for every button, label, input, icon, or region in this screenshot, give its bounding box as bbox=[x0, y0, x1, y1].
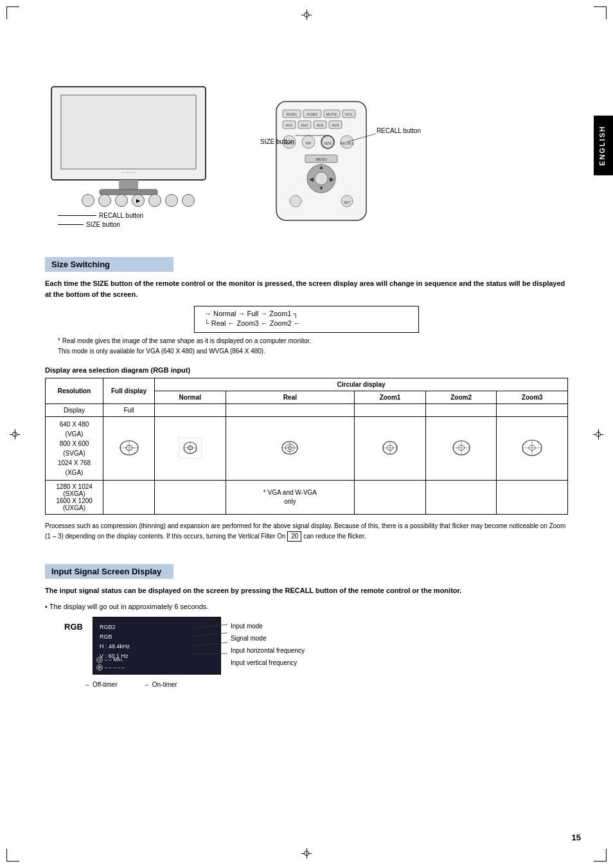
off-timer-icon: ☽ bbox=[96, 657, 103, 663]
monitor-labels: RECALL button SIZE button bbox=[45, 212, 231, 228]
sxga-full bbox=[103, 481, 155, 515]
seq-row-2: └ Real ← Zoom3 ← Zoom2 ← bbox=[204, 319, 399, 327]
reg-mark-left bbox=[10, 429, 20, 439]
screen-line3: H : 48.4kHz bbox=[100, 642, 214, 651]
input-signal-desc: The input signal status can be displayed… bbox=[45, 585, 568, 596]
arr2: → bbox=[238, 310, 245, 317]
rgb-diagram: RGB RGB2 RGB H : 48.4kHz V : 60.1 Hz bbox=[64, 617, 549, 675]
display-area-heading: Display area selection diagram (RGB inpu… bbox=[45, 366, 568, 374]
svg-text:SIZE: SIZE bbox=[324, 141, 332, 145]
svg-text:▶: ▶ bbox=[330, 176, 334, 182]
svg-text:▲: ▲ bbox=[319, 164, 324, 170]
vertical-filter-badge: 20 bbox=[287, 531, 301, 542]
page-number: 15 bbox=[572, 833, 581, 842]
res-vga: 640 X 480(VGA)800 X 600(SVGA)1024 X 768(… bbox=[46, 417, 103, 481]
table-note: Processes such as compression (thinning)… bbox=[45, 521, 568, 542]
reg-mark-top bbox=[301, 10, 312, 20]
table-header-row-1: Resolution Full display Circular display bbox=[46, 378, 568, 391]
col-zoom2: Zoom2 bbox=[425, 391, 497, 404]
recall-label-line: RECALL button bbox=[58, 212, 231, 219]
svg-text:AV4: AV4 bbox=[332, 123, 340, 127]
monitor-btn-1 bbox=[82, 194, 94, 207]
display-label: Display bbox=[46, 404, 103, 417]
monitor-btn-6 bbox=[165, 194, 178, 207]
on-timer-label-row: → On-timer bbox=[143, 681, 177, 688]
arr3: → bbox=[260, 310, 267, 317]
normal-label: Normal bbox=[213, 310, 236, 317]
remote-size-label-text: SIZE button bbox=[260, 138, 294, 145]
monitor-btn-3 bbox=[115, 194, 128, 207]
arrow-off-timer: → bbox=[84, 681, 90, 688]
sxga-zoom1 bbox=[355, 481, 426, 515]
svg-text:SET: SET bbox=[344, 200, 351, 204]
input-bullet: • The display will go out in approximate… bbox=[45, 603, 568, 610]
on-timer-value: – – – – – bbox=[105, 664, 125, 670]
display-real bbox=[226, 404, 355, 417]
svg-text:AV3: AV3 bbox=[317, 123, 324, 127]
zoom3-icon-cell bbox=[497, 417, 568, 481]
size-switching-section: Size Switching Each time the SIZE button… bbox=[45, 247, 568, 357]
rgb-text-label: RGB bbox=[64, 617, 83, 632]
input-signal-section: Input Signal Screen Display The input si… bbox=[45, 554, 568, 688]
arrow-on-timer: → bbox=[143, 681, 150, 688]
display-zoom2 bbox=[425, 404, 497, 417]
svg-text:▼: ▼ bbox=[319, 185, 324, 191]
timer-area: ☽ – – Min. ☀ – – – – – bbox=[96, 657, 125, 671]
full-icon-cell bbox=[103, 417, 155, 481]
screen-line1: RGB2 bbox=[100, 623, 214, 632]
zoom-sequence-diagram: → Normal → Full → Zoom1 ┐ └ Real ← Zoom3… bbox=[45, 306, 568, 333]
full-circle-icon bbox=[116, 435, 142, 461]
display-zoom3 bbox=[497, 404, 568, 417]
svg-rect-1 bbox=[61, 95, 196, 169]
real-icon-cell bbox=[226, 417, 355, 481]
zoom2-icon-cell bbox=[425, 417, 497, 481]
label-h-freq: Input horizontal frequency bbox=[231, 644, 305, 657]
svg-text:RGB2: RGB2 bbox=[307, 112, 318, 116]
zoom2-circle-icon bbox=[449, 435, 474, 461]
zoom1-circle-icon bbox=[377, 435, 403, 461]
table-note-text2: can reduce the flicker. bbox=[303, 533, 366, 540]
reg-mark-right bbox=[593, 429, 603, 439]
col-zoom3: Zoom3 bbox=[497, 391, 568, 404]
arr1: → bbox=[204, 310, 211, 317]
screen-line2: RGB bbox=[100, 632, 214, 642]
svg-text:– – – –: – – – – bbox=[121, 170, 136, 174]
zoom1-label: Zoom1 bbox=[269, 310, 291, 317]
zoom3-label: Zoom3 bbox=[236, 319, 258, 327]
monitor-btn-4: ▶ bbox=[132, 194, 145, 207]
arr6: ← bbox=[294, 319, 301, 327]
svg-text:MUTE: MUTE bbox=[326, 112, 337, 116]
display-area-section: Display area selection diagram (RGB inpu… bbox=[45, 366, 568, 542]
corner-top-right: ┐ bbox=[293, 310, 298, 317]
corner-mark-tr bbox=[594, 6, 607, 19]
svg-text:◀: ◀ bbox=[309, 176, 314, 182]
off-timer-row: ☽ – – Min. bbox=[96, 657, 125, 663]
main-content: – – – – ▶ RECALL button bbox=[45, 19, 568, 688]
svg-point-33 bbox=[315, 172, 328, 185]
size-label-line: SIZE button bbox=[58, 221, 231, 228]
col-resolution: Resolution bbox=[46, 378, 103, 404]
svg-rect-2 bbox=[119, 180, 138, 190]
illustration-area: – – – – ▶ RECALL button bbox=[45, 84, 568, 235]
col-circular-display: Circular display bbox=[155, 378, 568, 391]
size-switching-desc: Each time the SIZE button of the remote … bbox=[45, 278, 568, 299]
monitor-size-label: SIZE button bbox=[86, 221, 120, 228]
on-timer-icon: ☀ bbox=[96, 664, 103, 671]
size-line bbox=[58, 224, 84, 225]
zoom-sequence-box: → Normal → Full → Zoom1 ┐ └ Real ← Zoom3… bbox=[194, 306, 419, 333]
table-row-sxga: 1280 X 1024(SXGA)1600 X 1200(UXGA) * VGA… bbox=[46, 481, 568, 515]
display-zoom1 bbox=[355, 404, 426, 417]
svg-text:MENU: MENU bbox=[315, 157, 327, 161]
full-label: Full bbox=[247, 310, 258, 317]
timer-labels-row: → Off-timer → On-timer bbox=[84, 681, 549, 688]
signal-labels: Input mode Signal mode Input horizontal … bbox=[231, 620, 305, 669]
monitor-btn-2 bbox=[98, 194, 111, 207]
svg-text:AV2: AV2 bbox=[301, 123, 309, 127]
recall-line bbox=[58, 215, 96, 216]
reg-mark-bottom bbox=[301, 848, 312, 858]
svg-text:VOL: VOL bbox=[345, 112, 353, 116]
col-normal: Normal bbox=[155, 391, 226, 404]
corner-mark-bl bbox=[6, 849, 19, 862]
arr5: ← bbox=[261, 319, 268, 327]
col-full-display: Full display bbox=[103, 378, 155, 404]
